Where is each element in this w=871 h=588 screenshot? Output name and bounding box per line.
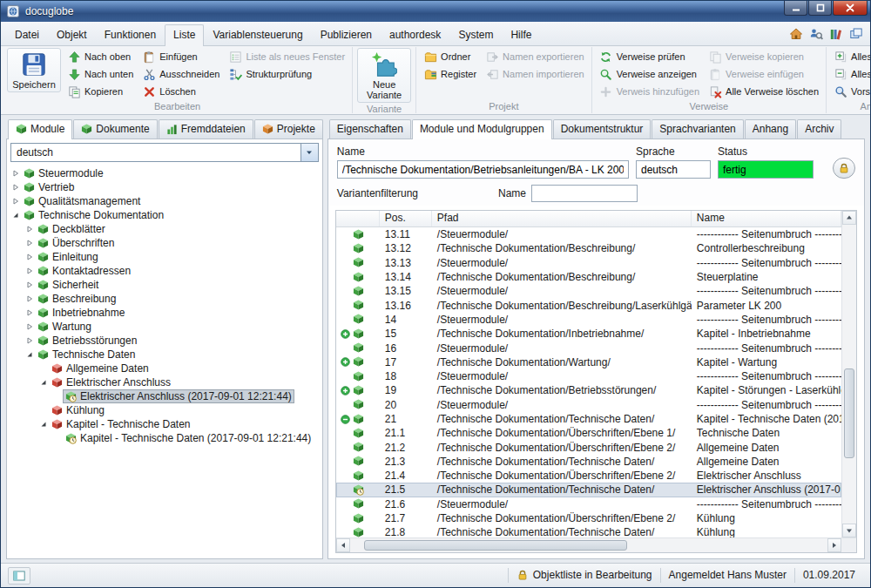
tree-item-kapitel-technische-daten-2017-09-01-12-21-44[interactable]: Kapitel - Technische Daten (2017-09-01 1… <box>7 431 322 445</box>
namen-importieren-button[interactable]: Namen importieren <box>483 66 587 82</box>
variant-filter-input[interactable] <box>531 185 638 202</box>
menu-objekt[interactable]: Objekt <box>48 24 96 45</box>
table-row-21.6[interactable]: 21.6/Steuermodule/------------ Seitenumb… <box>336 497 841 511</box>
tree-item-deckbl-tter[interactable]: Deckblätter <box>7 222 322 236</box>
expand-icon[interactable] <box>24 281 35 288</box>
menu-variablensteuerung[interactable]: Variablensteuerung <box>204 24 311 45</box>
verweise-pr-fen-button[interactable]: Verweise prüfen <box>597 49 702 64</box>
collapse-icon[interactable] <box>38 421 49 428</box>
alle-verweise-l-schen-button[interactable]: Alle Verweise löschen <box>706 84 821 99</box>
minimize-button[interactable] <box>784 1 807 16</box>
tree-item-berschriften[interactable]: Überschriften <box>7 236 322 250</box>
column-header-name[interactable]: Name <box>692 211 841 226</box>
expand-icon[interactable] <box>10 170 21 177</box>
expand-icon[interactable] <box>24 323 35 330</box>
table-row-17[interactable]: 17/Technische Dokumentation/Wartung/Kapi… <box>336 355 841 369</box>
namen-exportieren-button[interactable]: Namen exportieren <box>483 49 587 64</box>
verweise-anzeigen-button[interactable]: Verweise anzeigen <box>597 66 702 82</box>
tree-item-steuermodule[interactable]: Steuermodule <box>7 166 322 180</box>
ausschneiden-button[interactable]: Ausschneiden <box>139 66 222 82</box>
verweise-kopieren-button[interactable]: Verweise kopieren <box>706 49 821 64</box>
expand-icon[interactable] <box>24 267 35 274</box>
tab-sprachvarianten[interactable]: Sprachvarianten <box>652 119 743 139</box>
table-row-21.4[interactable]: 21.4/Technische Dokumentation/Überschrif… <box>336 469 841 483</box>
table-row-21.8[interactable]: 21.8/Technische Dokumentation/Technische… <box>336 525 841 537</box>
expand-icon[interactable] <box>10 198 21 205</box>
tree-item-wartung[interactable]: Wartung <box>7 320 322 334</box>
tree-item-technische-dokumentation[interactable]: Technische Dokumentation <box>7 208 322 222</box>
tree-item-kontaktadressen[interactable]: Kontaktadressen <box>7 264 322 278</box>
table-row-21.5[interactable]: 21.5/Technische Dokumentation/Technische… <box>336 483 841 497</box>
language-value[interactable]: deutsch <box>11 144 300 161</box>
table-row-21[interactable]: 21/Technische Dokumentation/Technische D… <box>336 412 841 426</box>
status-field[interactable] <box>718 160 814 179</box>
menu-system[interactable]: System <box>449 24 502 45</box>
plus-badge-icon[interactable] <box>341 329 351 339</box>
library-icon[interactable] <box>827 25 845 43</box>
table-row-15[interactable]: 15/Technische Dokumentation/Inbetriebnah… <box>336 327 841 341</box>
menu-datei[interactable]: Datei <box>6 24 48 45</box>
liste-als-neues-fenster-button[interactable]: Liste als neues Fenster <box>226 49 348 64</box>
menu-authordesk[interactable]: authordesk <box>381 24 449 45</box>
table-row-21.2[interactable]: 21.2/Technische Dokumentation/Überschrif… <box>336 440 841 454</box>
lock-button[interactable] <box>833 158 855 179</box>
column-header-pfad[interactable]: Pfad <box>432 211 692 226</box>
table-row-21.3[interactable]: 21.3/Technische Dokumentation/Technische… <box>336 455 841 469</box>
column-header-pos[interactable]: Pos. <box>380 211 432 226</box>
table-row-13.11[interactable]: 13.11/Steuermodule/------------ Seitenum… <box>336 227 841 241</box>
home-icon[interactable] <box>787 25 805 43</box>
tab-archiv[interactable]: Archiv <box>797 119 841 139</box>
collapse-icon[interactable] <box>10 212 21 219</box>
vscroll-thumb[interactable] <box>844 368 854 458</box>
strukturpr-fung-button[interactable]: Strukturprüfung <box>226 66 348 82</box>
expand-icon[interactable] <box>24 240 35 247</box>
tab-projekte[interactable]: Projekte <box>254 119 323 139</box>
tree-item-sicherheit[interactable]: Sicherheit <box>7 278 322 292</box>
speichern-button[interactable]: Speichern <box>7 48 61 92</box>
tree-item-technische-daten[interactable]: Technische Daten <box>7 348 322 362</box>
table-row-13.12[interactable]: 13.12/Technische Dokumentation/Beschreib… <box>336 241 841 255</box>
nach-unten-button[interactable]: Nach unten <box>64 66 136 82</box>
close-button[interactable] <box>833 1 868 16</box>
table-row-13.14[interactable]: 13.14/Technische Dokumentation/Beschreib… <box>336 270 841 284</box>
language-dropdown[interactable]: deutsch <box>10 143 319 162</box>
tab-module-und-modulgruppen[interactable]: Module und Modulgruppen <box>412 119 552 139</box>
expand-icon[interactable] <box>24 295 35 302</box>
menu-funktionen[interactable]: Funktionen <box>96 24 165 45</box>
kopieren-button[interactable]: Kopieren <box>64 84 136 99</box>
ordner-button[interactable]: Ordner <box>421 49 479 64</box>
tree-item-vertrieb[interactable]: Vertrieb <box>7 180 322 194</box>
tree-item-kapitel-technische-daten[interactable]: Kapitel - Technische Daten <box>7 417 322 431</box>
table-row-19[interactable]: 19/Technische Dokumentation/Betriebsstör… <box>336 383 841 397</box>
menu-publizieren[interactable]: Publizieren <box>312 24 381 45</box>
tab-dokumente[interactable]: Dokumente <box>73 119 157 139</box>
expand-icon[interactable] <box>24 337 35 344</box>
tree-item-qualit-tsmanagement[interactable]: Qualitätsmanagement <box>7 194 322 208</box>
vorschau-button[interactable]: Vorschau <box>831 84 870 99</box>
table-row-14[interactable]: 14/Steuermodule/------------ Seitenumbru… <box>336 313 841 327</box>
table-row-18[interactable]: 18/Steuermodule/------------ Seitenumbru… <box>336 369 841 383</box>
tab-eigenschaften[interactable]: Eigenschaften <box>329 119 411 139</box>
menu-hilfe[interactable]: Hilfe <box>502 24 540 45</box>
table-row-16[interactable]: 16/Steuermodule/------------ Seitenumbru… <box>336 341 841 355</box>
plus-badge-icon[interactable] <box>341 357 351 367</box>
sprache-input[interactable] <box>636 160 711 179</box>
tree-item-beschreibung[interactable]: Beschreibung <box>7 292 322 306</box>
scroll-down-icon[interactable] <box>842 524 856 537</box>
hscroll-track[interactable] <box>350 538 827 552</box>
panel-toggle-button[interactable] <box>8 567 30 585</box>
tab-dokumentstruktur[interactable]: Dokumentstruktur <box>553 119 652 139</box>
expand-icon[interactable] <box>24 226 35 233</box>
verweise-einf-gen-button[interactable]: Verweise einfügen <box>706 66 821 82</box>
nach-oben-button[interactable]: Nach oben <box>64 49 136 64</box>
tree-item-betriebsst-rungen[interactable]: Betriebsstörungen <box>7 334 322 348</box>
neue-variante-button[interactable]: Neue Variante <box>357 48 411 103</box>
tree-item-elektrischer-anschluss-2017-09-01-12-21-44[interactable]: Elektrischer Anschluss (2017-09-01 12:21… <box>7 389 322 403</box>
maximize-button[interactable] <box>808 1 832 16</box>
scroll-left-icon[interactable] <box>336 538 350 552</box>
column-header-icon[interactable] <box>336 211 380 226</box>
table-row-20[interactable]: 20/Steuermodule/------------ Seitenumbru… <box>336 398 841 412</box>
register-button[interactable]: Register <box>421 66 479 82</box>
table-row-13.13[interactable]: 13.13/Steuermodule/------------ Seitenum… <box>336 256 841 270</box>
tree-item-k-hlung[interactable]: Kühlung <box>7 403 322 417</box>
